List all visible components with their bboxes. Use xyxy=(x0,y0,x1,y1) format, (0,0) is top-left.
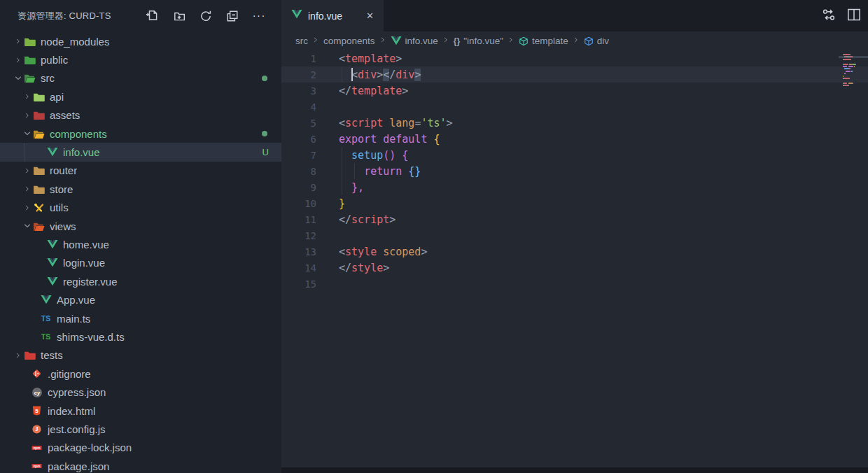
tree-item-node-modules[interactable]: node_modules xyxy=(0,32,281,50)
folder-icon xyxy=(33,164,45,176)
code-line-4[interactable]: 4 xyxy=(281,99,868,115)
code-line-7[interactable]: 7 setup() { xyxy=(281,147,868,163)
tree-item-main.ts[interactable]: TSmain.ts xyxy=(0,309,281,327)
code-line-3[interactable]: 3</template> xyxy=(281,83,868,99)
code-line-14[interactable]: 14</style> xyxy=(281,260,868,276)
new-folder-button[interactable] xyxy=(169,7,189,25)
chevron-right-icon xyxy=(22,202,33,213)
tree-item-assets[interactable]: assets xyxy=(0,106,281,125)
code-text: setup() { xyxy=(339,149,408,162)
code-text: export default { xyxy=(339,133,440,146)
minimap-line xyxy=(843,73,865,74)
breadcrumb-item-info.vue[interactable]: {}"info.vue" xyxy=(454,36,503,46)
tree-item-label: assets xyxy=(50,109,80,121)
minimap-line xyxy=(843,71,865,72)
tab-close-icon[interactable]: ✕ xyxy=(363,9,377,22)
line-number: 1 xyxy=(281,53,316,64)
breadcrumb-item-template[interactable]: template xyxy=(519,36,568,46)
breadcrumb-separator xyxy=(442,36,449,46)
breadcrumb-separator xyxy=(573,36,580,46)
code-line-1[interactable]: 1<template> xyxy=(281,50,868,66)
explorer-sidebar: 资源管理器: CURD-TS ··· node_modulespublicsrc… xyxy=(0,0,281,473)
split-editor-button[interactable] xyxy=(847,8,861,24)
code-line-5[interactable]: 5<script lang='ts'> xyxy=(281,115,868,131)
new-file-button[interactable] xyxy=(143,7,162,25)
svg-text:npm: npm xyxy=(33,446,40,450)
git-icon xyxy=(31,368,43,380)
tree-item-views[interactable]: views xyxy=(0,217,281,235)
code-line-10[interactable]: 10} xyxy=(281,195,868,211)
vue-icon xyxy=(46,146,58,158)
line-number: 12 xyxy=(281,230,316,241)
tree-item-store[interactable]: store xyxy=(0,180,281,198)
svg-text:cy: cy xyxy=(34,390,40,396)
code-line-13[interactable]: 13<style scoped> xyxy=(281,243,868,260)
editor-actions xyxy=(822,0,868,31)
code-editor[interactable]: 1<template>2 <div></div>3</template>45<s… xyxy=(281,50,868,473)
breadcrumb-item-info.vue[interactable]: info.vue xyxy=(391,36,438,46)
npm-icon: npm xyxy=(31,442,43,453)
file-tree: node_modulespublicsrcapiassetscomponents… xyxy=(0,32,281,473)
code-line-8[interactable]: 8 return {} xyxy=(281,163,868,179)
minimap[interactable] xyxy=(843,54,865,90)
git-status-badge: U xyxy=(262,147,269,157)
tree-item-label: components xyxy=(50,128,107,140)
code-line-6[interactable]: 6export default { xyxy=(281,131,868,147)
more-button[interactable]: ··· xyxy=(249,7,269,25)
tree-item-label: cypress.json xyxy=(48,386,106,398)
code-line-9[interactable]: 9 }, xyxy=(281,179,868,195)
indent-guide xyxy=(354,163,355,179)
chevron-right-icon xyxy=(22,165,33,176)
tree-item-info.vue[interactable]: info.vueU xyxy=(0,143,281,161)
tree-item-jest.config.js[interactable]: Jjest.config.js xyxy=(0,420,281,438)
indent-guide xyxy=(342,66,342,83)
tree-item-index.html[interactable]: 5index.html xyxy=(0,402,281,420)
tree-item-package.json[interactable]: npmpackage.json xyxy=(0,457,281,473)
open-changes-button[interactable] xyxy=(822,8,836,24)
breadcrumb-item-div[interactable]: div xyxy=(584,36,609,46)
minimap-line xyxy=(843,56,865,57)
ts-icon: TS xyxy=(40,331,52,343)
breadcrumb-item-src[interactable]: src xyxy=(295,36,308,46)
tree-item-label: main.ts xyxy=(57,313,90,325)
code-line-12[interactable]: 12 xyxy=(281,227,868,243)
tree-item-shims-vue.d.ts[interactable]: TSshims-vue.d.ts xyxy=(0,327,281,346)
tree-item-components[interactable]: components xyxy=(0,125,281,143)
git-modified-dot xyxy=(262,131,267,136)
refresh-button[interactable] xyxy=(196,7,216,25)
code-line-15[interactable]: 15 xyxy=(281,276,868,292)
breadcrumb: srccomponentsinfo.vue{}"info.vue"templat… xyxy=(281,31,868,50)
code-line-2[interactable]: 2 <div></div> xyxy=(281,66,868,83)
code-line-11[interactable]: 11</script> xyxy=(281,211,868,227)
minimap-line xyxy=(843,83,865,84)
vue-icon xyxy=(46,257,58,269)
explorer-title: 资源管理器: CURD-TS xyxy=(18,10,111,22)
collapse-all-button[interactable] xyxy=(223,7,242,25)
tree-item-tests[interactable]: tests xyxy=(0,346,281,365)
tree-item-api[interactable]: api xyxy=(0,87,281,106)
minimap-line xyxy=(843,78,865,79)
tab-label: info.vue xyxy=(308,10,342,22)
tree-item-login.vue[interactable]: login.vue xyxy=(0,254,281,272)
tree-item-router[interactable]: router xyxy=(0,162,281,180)
line-number: 11 xyxy=(281,214,316,225)
tree-item-src[interactable]: src xyxy=(0,69,281,87)
line-number: 15 xyxy=(281,278,316,290)
chevron-right-icon xyxy=(22,91,33,102)
tree-item-utils[interactable]: utils xyxy=(0,199,281,217)
breadcrumb-item-components[interactable]: components xyxy=(323,36,375,46)
tree-item-package-lock.json[interactable]: npmpackage-lock.json xyxy=(0,439,281,457)
minimap-line xyxy=(843,68,865,69)
git-modified-dot xyxy=(262,76,267,81)
tree-item-register.vue[interactable]: register.vue xyxy=(0,272,281,290)
tab-info-vue[interactable]: info.vue ✕ xyxy=(281,0,384,31)
editor-tabbar: info.vue ✕ xyxy=(281,0,868,31)
tree-item-cypress.json[interactable]: cycypress.json xyxy=(0,383,281,401)
tree-item-.gitignore[interactable]: .gitignore xyxy=(0,365,281,383)
tree-item-App.vue[interactable]: App.vue xyxy=(0,290,281,309)
chevron-right-icon xyxy=(13,55,24,66)
vscode-window: 资源管理器: CURD-TS ··· node_modulespublicsrc… xyxy=(0,0,868,473)
tree-item-public[interactable]: public xyxy=(0,50,281,69)
tree-item-home.vue[interactable]: home.vue xyxy=(0,235,281,253)
tree-item-label: info.vue xyxy=(63,146,100,158)
